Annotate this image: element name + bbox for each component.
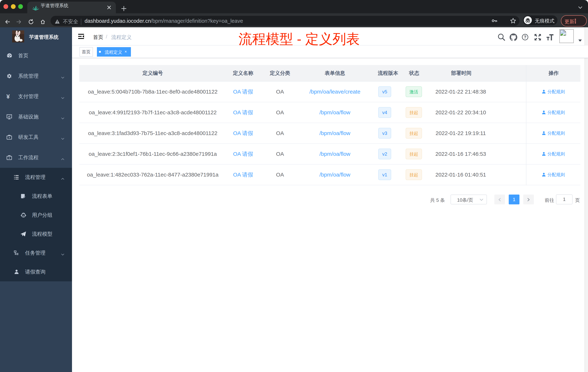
svg-text:?: ? (524, 35, 526, 40)
